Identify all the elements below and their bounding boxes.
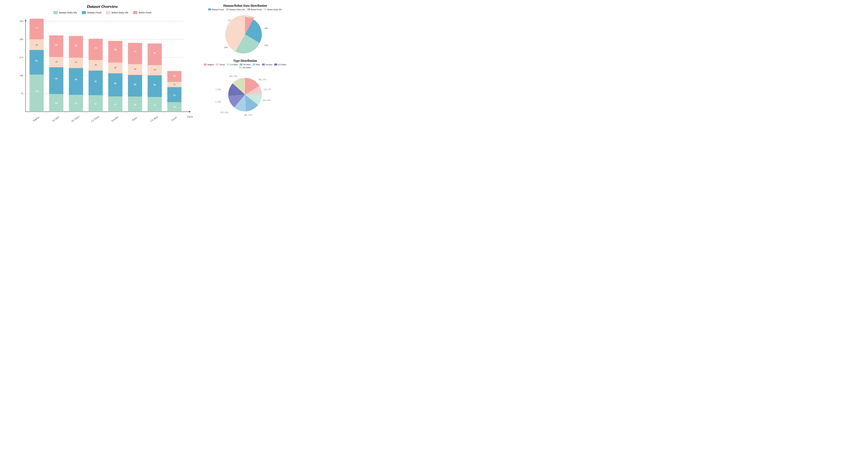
bar-chart-area: 70 140 210 280 350 Garment Type	[12, 17, 193, 127]
bar-ss-tshirt: 63 99 39 80 SS Tshirt	[69, 36, 83, 123]
pie2-swatch-sweater	[262, 64, 265, 65]
pie1-legend-human-daily: Human Daily-life	[226, 8, 245, 11]
pie-chart-2-section: Type Distribution Napkin Towel LS-Shirt	[203, 59, 287, 120]
svg-text:210: 210	[20, 56, 24, 59]
pie2-legend-ss-tshirt: SS-Tshirt	[239, 66, 251, 69]
pie2-legend-ls-tshirt: LS-Tshirt	[274, 63, 286, 66]
svg-text:20: 20	[174, 83, 176, 86]
bar-ls-tshirt: 61 91 40 78 LS Tshirt	[89, 39, 103, 123]
svg-text:79: 79	[134, 50, 136, 53]
svg-text:91: 91	[35, 59, 38, 62]
pie1-swatch-human-fixed	[208, 8, 211, 10]
svg-text:Sweater: Sweater	[111, 115, 119, 123]
pie2-val-ls-tshirt: 270, 13%	[216, 88, 221, 91]
pie-chart-1-legend: Human Fixed Human Daily-life Robot Fixed…	[208, 8, 282, 11]
pie1-swatch-robot-daily	[264, 8, 267, 10]
pie2-swatch-pant	[252, 64, 255, 65]
pie1-swatch-human-daily	[226, 8, 229, 10]
svg-text:40: 40	[35, 43, 38, 46]
pie2-swatch-towel	[216, 64, 218, 65]
pie2-legend-towel: Towel	[216, 63, 224, 66]
svg-rect-70	[148, 75, 162, 97]
legend-label-robot-daily: Robot Daily-life	[112, 11, 128, 14]
legend-label-robot-fixed: Robot Fixed	[138, 11, 151, 14]
svg-text:40: 40	[134, 68, 136, 70]
pie2-val-pant: 255, 12%	[220, 111, 228, 114]
legend-label-human-fixed: Human Fixed	[87, 11, 101, 14]
svg-text:76: 76	[35, 27, 38, 29]
pie2-swatch-ls-shirt	[227, 64, 229, 65]
legend-item-human-fixed: Human Fixed	[82, 11, 101, 14]
svg-rect-61	[128, 75, 142, 97]
pie2-legend-ls-shirt: LS-Shirt	[227, 63, 238, 66]
svg-text:91: 91	[94, 80, 97, 83]
svg-text:40: 40	[173, 74, 176, 77]
pie2-legend: Napkin Towel LS-Shirt SS-Shirt Pant	[203, 63, 287, 69]
pie1-label-727: 727	[227, 19, 231, 22]
svg-text:80: 80	[134, 83, 136, 86]
pie1-label-593: 593	[264, 44, 268, 47]
svg-text:39: 39	[75, 61, 77, 64]
svg-rect-15	[30, 74, 44, 112]
pie2-label-ls-shirt: LS-Shirt	[230, 63, 238, 66]
legend-label-human-daily: Human Daily-life	[59, 11, 77, 14]
pie1-legend-robot-fixed: Robot Fixed	[247, 8, 262, 11]
pie1-swatch-robot-fixed	[247, 8, 250, 10]
svg-text:38: 38	[154, 68, 156, 71]
pie2-label-ls-tshirt: LS-Tshirt	[278, 63, 286, 66]
svg-text:LS Tshirt: LS Tshirt	[90, 115, 100, 123]
svg-text:Garment Type: Garment Type	[187, 115, 193, 118]
svg-rect-52	[108, 73, 122, 96]
svg-text:80: 80	[154, 52, 156, 54]
pie2-val-sweater: 262, 13%	[216, 101, 221, 103]
pie2-swatch-ls-tshirt	[274, 64, 277, 65]
legend-swatch-robot-daily	[106, 11, 110, 14]
svg-text:57: 57	[114, 103, 117, 106]
svg-text:40: 40	[94, 64, 97, 66]
svg-text:140: 140	[20, 74, 24, 77]
svg-text:56: 56	[134, 103, 136, 106]
svg-text:66: 66	[55, 102, 58, 104]
bar-chart-legend: Human Daily-life Human Fixed Robot Daily…	[53, 11, 151, 14]
svg-text:85: 85	[114, 82, 117, 85]
legend-swatch-human-fixed	[82, 11, 86, 14]
svg-text:40: 40	[114, 66, 117, 69]
svg-text:38: 38	[55, 60, 58, 63]
right-panel: Human/Robot Data Distribution Human Fixe…	[203, 4, 287, 149]
svg-text:Napkin: Napkin	[32, 116, 40, 122]
svg-text:Towel: Towel	[170, 116, 177, 122]
svg-rect-63	[128, 43, 142, 64]
pie2-label-pant: Pant	[256, 63, 260, 66]
pie1-label-human-fixed: Human Fixed	[212, 8, 224, 11]
bar-chart-panel: Dataset Overview Human Daily-life Human …	[2, 4, 203, 149]
svg-rect-16	[30, 50, 44, 74]
pie1-label-294: 294	[224, 46, 228, 49]
pie2-label-towel: Towel	[219, 63, 224, 66]
svg-text:63: 63	[75, 102, 77, 105]
legend-item-robot-fixed: Robot Fixed	[133, 11, 151, 14]
legend-swatch-robot-fixed	[133, 11, 137, 14]
bar-chart-svg: 70 140 210 280 350 Garment Type	[12, 17, 193, 127]
svg-marker-3	[25, 19, 26, 21]
pie2-legend-sweater: Sweater	[262, 63, 272, 66]
pie2-legend-pant: Pant	[252, 63, 260, 66]
pie2-val-ss-tshirt: 281, 13%	[229, 75, 237, 77]
legend-item-robot-daily: Robot Daily-life	[106, 11, 128, 14]
bar-pants: 56 80 40 79 Pants	[128, 43, 142, 122]
svg-marker-2	[189, 111, 191, 112]
svg-rect-34	[69, 68, 83, 95]
pie2-legend-napkin: Napkin	[204, 63, 214, 66]
svg-text:99: 99	[75, 78, 77, 81]
pie1-label-robot-daily: Robot Daily-life	[268, 8, 282, 11]
pie2-swatch-ss-tshirt	[239, 66, 242, 68]
svg-text:350: 350	[20, 20, 24, 23]
pie2-label-sweater: Sweater	[266, 63, 272, 66]
pie2-label-ss-tshirt: SS-Tshirt	[243, 66, 251, 69]
svg-rect-54	[108, 41, 122, 63]
svg-text:78: 78	[94, 46, 97, 50]
legend-swatch-human-daily	[53, 11, 58, 14]
pie-chart-1-svg: 727 485 593 294	[217, 12, 273, 57]
svg-rect-25	[49, 67, 63, 94]
pie2-val-ls-shirt: 253, 12%	[262, 99, 271, 101]
svg-text:Pants: Pants	[131, 116, 138, 122]
